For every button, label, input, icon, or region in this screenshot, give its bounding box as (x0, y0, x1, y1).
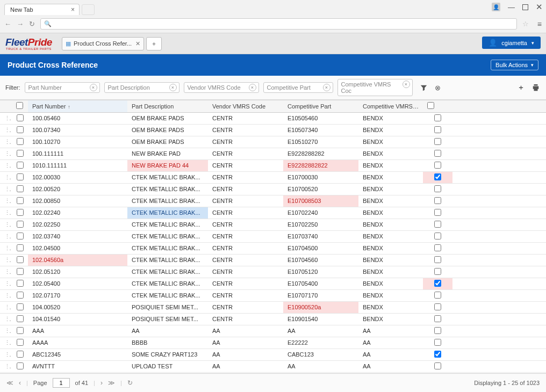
drag-handle[interactable]: ⋮ (0, 242, 12, 254)
forward-icon[interactable]: → (17, 20, 24, 28)
cell-part-number[interactable]: 104.01540 (28, 313, 127, 325)
row-checkbox-2[interactable] (434, 327, 441, 334)
cell-part-number[interactable]: 100.07340 (28, 124, 127, 136)
cell-checkbox-2[interactable] (423, 195, 452, 207)
drag-handle[interactable]: ⋮ (0, 278, 12, 289)
bookmark-icon[interactable]: ☆ (522, 20, 529, 28)
row-checkbox[interactable] (17, 327, 24, 334)
cell-part-description[interactable]: AA (127, 325, 208, 337)
row-checkbox-2[interactable] (434, 280, 441, 287)
drag-handle[interactable]: ⋮ (0, 195, 12, 207)
cell-competitive-vmrs[interactable]: BENDX (358, 289, 423, 301)
cell-competitive-part[interactable]: E10702240 (283, 207, 358, 219)
cell-vendor-vmrs[interactable]: CENTR (208, 112, 283, 124)
cell-checkbox-2[interactable] (423, 278, 452, 289)
row-checkbox-cell[interactable] (12, 219, 28, 230)
row-checkbox[interactable] (17, 173, 24, 180)
cell-competitive-part[interactable]: E10700520 (283, 183, 358, 195)
cell-part-description[interactable]: OEM BRAKE PADS (127, 112, 208, 124)
cell-part-description[interactable]: NEW BRAKE PAD 44 (127, 159, 208, 171)
cell-part-number[interactable]: 102.04560a (28, 254, 127, 266)
clear-icon[interactable]: × (169, 84, 177, 91)
row-checkbox-cell[interactable] (12, 266, 28, 278)
row-checkbox[interactable] (17, 351, 24, 358)
col-checkbox-2[interactable] (423, 100, 452, 112)
drag-handle[interactable]: ⋮ (0, 254, 12, 266)
row-checkbox-cell[interactable] (12, 360, 28, 372)
cell-checkbox-2[interactable] (423, 159, 452, 171)
row-checkbox[interactable] (17, 150, 24, 157)
row-checkbox[interactable] (17, 221, 24, 228)
drag-handle[interactable]: ⋮ (0, 219, 12, 230)
cell-part-number[interactable]: 102.00030 (28, 171, 127, 183)
col-select-all[interactable] (12, 100, 28, 112)
cell-competitive-vmrs[interactable]: BENDX (358, 254, 423, 266)
table-row[interactable]: ⋮102.00030CTEK METALLIC BRAK...CENTRE107… (0, 171, 546, 183)
cell-competitive-vmrs[interactable]: BENDX (358, 219, 423, 230)
row-checkbox-2[interactable] (434, 126, 441, 133)
header-checkbox-2[interactable] (427, 102, 434, 109)
cell-checkbox-2[interactable] (423, 313, 452, 325)
row-checkbox-cell[interactable] (12, 313, 28, 325)
refresh-icon[interactable]: ↻ (127, 379, 133, 387)
filter-competitive-part[interactable]: Competitive Part× (263, 82, 333, 93)
funnel-icon[interactable] (419, 83, 429, 92)
row-checkbox-2[interactable] (434, 114, 441, 121)
cell-competitive-vmrs[interactable]: BENDX (358, 207, 423, 219)
cell-part-description[interactable]: CTEK METALLIC BRAK... (127, 171, 208, 183)
cell-vendor-vmrs[interactable]: CENTR (208, 148, 283, 159)
cell-vendor-vmrs[interactable]: CENTR (208, 254, 283, 266)
drag-handle[interactable]: ⋮ (0, 349, 12, 360)
filter-vendor-vmrs[interactable]: Vendor VMRS Code× (184, 82, 259, 93)
col-part-description[interactable]: Part Description (127, 100, 208, 112)
clear-icon[interactable]: × (323, 84, 331, 91)
drag-handle[interactable]: ⋮ (0, 325, 12, 337)
row-checkbox-2[interactable] (434, 233, 441, 239)
row-checkbox-cell[interactable] (12, 325, 28, 337)
cell-competitive-vmrs[interactable]: AA (358, 349, 423, 360)
cell-part-number[interactable]: 104.00520 (28, 301, 127, 313)
cell-part-number[interactable]: 102.00520 (28, 183, 127, 195)
table-row[interactable]: ⋮100.10270OEM BRAKE PADSCENTRE10510270BE… (0, 136, 546, 148)
cell-vendor-vmrs[interactable]: CENTR (208, 136, 283, 148)
row-checkbox-cell[interactable] (12, 171, 28, 183)
row-checkbox[interactable] (17, 292, 24, 299)
minimize-icon[interactable]: — (508, 3, 515, 11)
cell-part-number[interactable]: AAAA (28, 337, 127, 349)
row-checkbox-cell[interactable] (12, 183, 28, 195)
prev-page-icon[interactable]: ‹ (19, 379, 21, 387)
cell-competitive-part[interactable]: E10707170 (283, 289, 358, 301)
row-checkbox-2[interactable] (434, 209, 441, 216)
row-checkbox[interactable] (17, 362, 24, 369)
cell-vendor-vmrs[interactable]: CENTR (208, 278, 283, 289)
row-checkbox-2[interactable] (434, 315, 441, 322)
cell-competitive-part[interactable]: E10702250 (283, 219, 358, 230)
drag-handle[interactable]: ⋮ (0, 183, 12, 195)
drag-handle[interactable]: ⋮ (0, 337, 12, 349)
cell-checkbox-2[interactable] (423, 171, 452, 183)
cell-checkbox-2[interactable] (423, 349, 452, 360)
row-checkbox[interactable] (17, 339, 24, 346)
select-all-checkbox[interactable] (16, 102, 23, 109)
col-part-number[interactable]: Part Number↑ (28, 100, 127, 112)
cell-competitive-part[interactable]: E92282882822 (283, 159, 358, 171)
cell-checkbox-2[interactable] (423, 183, 452, 195)
drag-handle[interactable]: ⋮ (0, 148, 12, 159)
drag-handle[interactable]: ⋮ (0, 289, 12, 301)
cell-competitive-part[interactable]: E10901540 (283, 313, 358, 325)
cell-vendor-vmrs[interactable]: CENTR (208, 230, 283, 242)
cell-part-number[interactable]: 102.02240 (28, 207, 127, 219)
user-area[interactable]: 👤 cgiametta ▾ (482, 37, 541, 49)
row-checkbox[interactable] (17, 162, 24, 169)
browser-tab[interactable]: New Tab × (4, 4, 80, 15)
cell-part-number[interactable]: ABC12345 (28, 349, 127, 360)
cell-part-description[interactable]: CTEK METALLIC BRAK... (127, 219, 208, 230)
cell-competitive-vmrs[interactable]: BENDX (358, 171, 423, 183)
cell-part-description[interactable]: BBBB (127, 337, 208, 349)
cell-vendor-vmrs[interactable]: CENTR (208, 183, 283, 195)
cell-part-number[interactable]: 100.111111 (28, 148, 127, 159)
cell-vendor-vmrs[interactable]: CENTR (208, 289, 283, 301)
cell-competitive-part[interactable]: E22222 (283, 337, 358, 349)
drag-handle[interactable]: ⋮ (0, 360, 12, 372)
cell-part-number[interactable]: 100.10270 (28, 136, 127, 148)
